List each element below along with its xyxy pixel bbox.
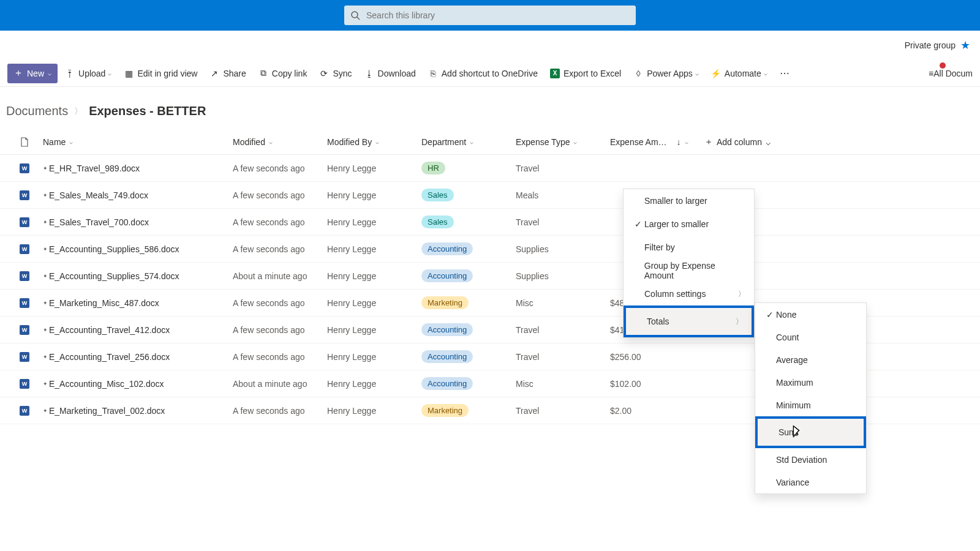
search-input[interactable] — [366, 10, 630, 20]
menu-item-maximum[interactable]: Maximum — [755, 371, 866, 394]
column-modified-by[interactable]: Modified By⌵ — [327, 137, 379, 147]
expense-type-value: Supplies — [516, 271, 549, 281]
svg-point-0 — [352, 12, 358, 18]
word-doc-icon: W — [20, 325, 29, 335]
new-indicator-icon: ✦ — [43, 300, 48, 306]
menu-item-sort-asc[interactable]: Smaller to larger — [624, 189, 754, 212]
menu-item-minimum[interactable]: Minimum — [755, 394, 866, 416]
file-icon — [20, 137, 29, 147]
chevron-down-icon: ⌵ — [375, 138, 379, 145]
word-doc-icon: W — [20, 217, 29, 227]
column-expense-type[interactable]: Expense Type⌵ — [516, 137, 577, 147]
chevron-down-icon: ⌵ — [108, 70, 111, 77]
sync-icon: ⟳ — [319, 69, 329, 78]
dept-pill: Accounting — [421, 377, 473, 390]
menu-item-group[interactable]: Group by Expense Amount — [624, 259, 754, 282]
list-icon: ≡ — [929, 69, 933, 78]
star-icon[interactable]: ★ — [960, 39, 970, 52]
word-doc-icon: W — [20, 379, 29, 389]
edit-grid-button[interactable]: ▦ Edit in grid view — [119, 64, 202, 83]
modified-value: A few seconds ago — [233, 217, 305, 227]
download-icon: ⭳ — [364, 69, 374, 78]
totals-submenu: ✓None Count Average Maximum Minimum Sum … — [755, 302, 867, 424]
word-doc-icon: W — [20, 271, 29, 281]
modified-by-value: Henry Legge — [327, 217, 376, 227]
top-app-bar — [0, 0, 980, 31]
shortcut-button[interactable]: ⎘ Add shortcut to OneDrive — [423, 64, 543, 83]
column-expense-amount[interactable]: Expense Am… ↓⌵ — [610, 137, 688, 147]
word-doc-icon: W — [20, 352, 29, 362]
modified-by-value: Henry Legge — [327, 244, 376, 254]
site-subheader: Private group ★ — [0, 31, 980, 60]
upload-button[interactable]: ⭱ Upload ⌵ — [60, 64, 116, 83]
svg-line-1 — [357, 17, 360, 20]
modified-value: A few seconds ago — [233, 190, 305, 200]
menu-item-totals[interactable]: Totals〉 — [624, 305, 754, 337]
upload-icon: ⭱ — [65, 69, 75, 78]
file-name: E_Sales_Travel_700.docx — [49, 217, 149, 227]
view-selector[interactable]: ≡ All Docum — [929, 69, 973, 78]
new-indicator-icon: ✦ — [43, 273, 48, 279]
new-indicator-icon: ✦ — [43, 165, 48, 171]
new-indicator-icon: ✦ — [43, 354, 48, 360]
column-context-menu: Smaller to larger ✓Larger to smaller Fil… — [623, 189, 755, 338]
new-indicator-icon: ✦ — [43, 381, 48, 387]
powerapps-icon: ◊ — [633, 69, 643, 78]
export-excel-button[interactable]: X Export to Excel — [545, 64, 626, 83]
chevron-right-icon: 〉 — [74, 106, 83, 117]
chevron-down-icon: ⌵ — [695, 70, 699, 77]
column-name[interactable]: Name⌵ — [43, 137, 73, 147]
more-actions-button[interactable]: ⋯ — [775, 67, 794, 79]
chevron-right-icon: 〉 — [738, 289, 745, 299]
menu-item-average[interactable]: Average — [755, 348, 866, 371]
table-row[interactable]: W ✦E_Sales_Meals_749.docx A few seconds … — [0, 182, 980, 209]
expense-type-value: Travel — [516, 325, 539, 335]
expense-type-value: Misc — [516, 298, 533, 308]
new-button[interactable]: ＋ New ⌵ — [7, 64, 58, 83]
chevron-right-icon: 〉 — [736, 317, 743, 327]
breadcrumb-current: Expenses - BETTER — [89, 104, 206, 118]
copy-link-button[interactable]: ⧉ Copy link — [254, 64, 312, 83]
power-apps-button[interactable]: ◊ Power Apps ⌵ — [628, 64, 704, 83]
menu-item-sort-desc[interactable]: ✓Larger to smaller — [624, 212, 754, 236]
expense-amount-value: $102.00 — [610, 379, 641, 389]
modified-by-value: Henry Legge — [327, 298, 376, 308]
search-box[interactable] — [344, 6, 636, 25]
dept-pill: Sales — [421, 189, 454, 201]
file-name: E_HR_Travel_989.docx — [49, 163, 140, 173]
table-row[interactable]: W ✦E_Accounting_Supplies_574.docx About … — [0, 263, 980, 290]
automate-button[interactable]: ⚡ Automate ⌵ — [706, 64, 772, 83]
search-icon — [350, 10, 360, 20]
word-doc-icon: W — [20, 244, 29, 254]
dept-pill: Marketing — [421, 404, 469, 417]
menu-item-count[interactable]: Count — [755, 326, 866, 348]
command-bar: ＋ New ⌵ ⭱ Upload ⌵ ▦ Edit in grid view ↗… — [0, 60, 980, 87]
new-indicator-icon: ✦ — [43, 219, 48, 225]
table-row[interactable]: W ✦E_Sales_Travel_700.docx A few seconds… — [0, 209, 980, 236]
sync-button[interactable]: ⟳ Sync — [314, 64, 356, 83]
menu-item-filter[interactable]: Filter by — [624, 236, 754, 259]
file-name: E_Accounting_Travel_412.docx — [49, 325, 170, 335]
download-button[interactable]: ⭳ Download — [360, 64, 421, 83]
chevron-down-icon: ⌵ — [766, 137, 771, 147]
expense-type-value: Travel — [516, 406, 539, 416]
table-row[interactable]: W ✦E_HR_Travel_989.docx A few seconds ag… — [0, 155, 980, 182]
new-button-label: New — [27, 69, 44, 78]
column-modified[interactable]: Modified⌵ — [233, 137, 273, 147]
file-name: E_Accounting_Supplies_574.docx — [49, 271, 179, 281]
add-column-button[interactable]: ＋Add column⌵ — [704, 137, 771, 148]
new-indicator-icon: ✦ — [43, 408, 48, 414]
dept-pill: Marketing — [421, 296, 469, 309]
breadcrumb-parent[interactable]: Documents — [6, 104, 68, 118]
expense-amount-value: $2.00 — [610, 406, 631, 416]
menu-item-settings[interactable]: Column settings〉 — [624, 282, 754, 305]
modified-value: A few seconds ago — [233, 163, 305, 173]
menu-item-sum[interactable]: Sum — [755, 416, 866, 424]
modified-by-value: Henry Legge — [327, 325, 376, 335]
column-department[interactable]: Department⌵ — [421, 137, 473, 147]
chevron-down-icon: ⌵ — [470, 138, 473, 145]
menu-item-none[interactable]: ✓None — [755, 303, 866, 326]
file-name: E_Sales_Meals_749.docx — [49, 190, 148, 200]
table-row[interactable]: W ✦E_Accounting_Supplies_586.docx A few … — [0, 236, 980, 263]
share-button[interactable]: ↗ Share — [205, 64, 251, 83]
